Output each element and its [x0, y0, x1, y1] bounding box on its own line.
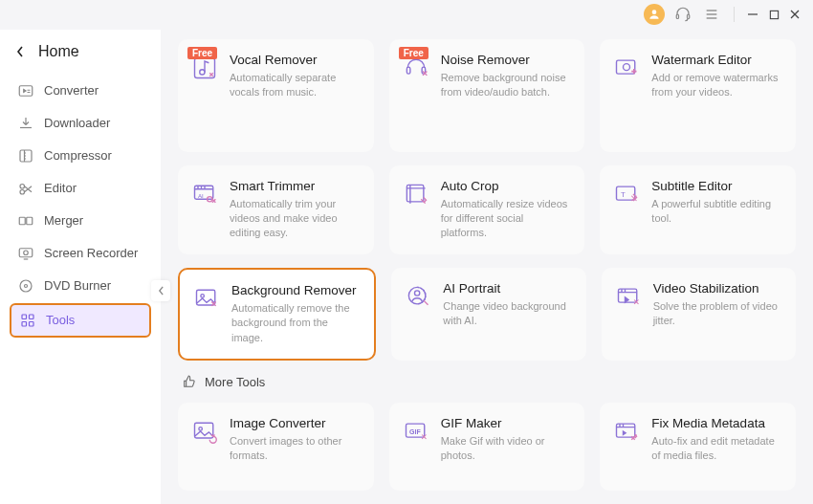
sidebar-item-dvd-burner[interactable]: DVD Burner	[10, 271, 151, 301]
window-maximize-button[interactable]	[767, 8, 780, 21]
sidebar-item-converter[interactable]: Converter	[10, 76, 151, 106]
sidebar-item-label: Screen Recorder	[44, 246, 138, 260]
sidebar-item-label: Merger	[44, 213, 83, 228]
card-desc: A powerful subtitle editing tool.	[651, 197, 782, 227]
tool-card-watermark-editor[interactable]: Watermark Editor Add or remove watermark…	[600, 39, 796, 152]
svg-rect-34	[617, 186, 635, 200]
dvd-burner-icon	[17, 277, 34, 295]
tool-card-background-remover[interactable]: Background Remover Automatically remove …	[178, 268, 376, 361]
background-remover-icon	[193, 285, 220, 312]
svg-point-25	[200, 69, 205, 74]
svg-point-29	[624, 63, 630, 70]
tool-card-image-converter[interactable]: Image Converter Convert images to other …	[178, 403, 374, 491]
screen-recorder-icon	[17, 245, 34, 262]
svg-text:AI: AI	[198, 191, 204, 198]
card-desc: Automatically resize videos for differen…	[441, 197, 572, 241]
titlebar	[0, 0, 813, 30]
svg-rect-7	[770, 11, 778, 18]
svg-rect-14	[19, 217, 25, 225]
tool-row: Image Converter Convert images to other …	[178, 403, 796, 491]
sidebar-item-label: Tools	[46, 313, 75, 327]
card-title: Smart Trimmer	[230, 179, 361, 193]
tool-card-gif-maker[interactable]: GIF GIF Maker Make Gif with video or pho…	[389, 403, 585, 491]
gif-maker-icon: GIF	[403, 418, 429, 445]
thumbs-up-icon	[182, 374, 197, 389]
sidebar-item-label: Downloader	[44, 116, 110, 130]
svg-rect-21	[30, 315, 34, 319]
svg-point-0	[652, 11, 657, 15]
converter-icon	[17, 82, 34, 99]
sidebar-item-editor[interactable]: Editor	[10, 173, 151, 204]
video-stabilization-icon	[615, 283, 642, 310]
fix-metadata-icon	[613, 418, 640, 445]
editor-icon	[17, 180, 34, 197]
card-desc: Convert images to other formats.	[230, 434, 361, 464]
sidebar-item-screen-recorder[interactable]: Screen Recorder	[10, 238, 151, 269]
svg-text:T: T	[621, 189, 626, 198]
svg-rect-26	[406, 67, 410, 74]
svg-point-18	[20, 280, 32, 292]
tool-card-vocal-remover[interactable]: Free Vocal Remover Automatically separat…	[178, 39, 374, 152]
card-title: Image Converter	[230, 416, 361, 430]
card-title: Noise Remover	[441, 53, 572, 67]
svg-point-12	[20, 184, 25, 188]
sidebar-item-tools[interactable]: Tools	[10, 303, 151, 338]
card-desc: Solve the problem of video jitter.	[653, 299, 782, 329]
sidebar-collapse-button[interactable]	[151, 280, 170, 301]
card-title: Fix Media Metadata	[651, 416, 782, 430]
tool-card-auto-crop[interactable]: Auto Crop Automatically resize videos fo…	[389, 165, 585, 254]
free-badge: Free	[187, 47, 217, 59]
tool-card-smart-trimmer[interactable]: AI Smart Trimmer Automatically trim your…	[178, 165, 374, 254]
card-title: Background Remover	[231, 283, 361, 297]
card-title: AI Portrait	[443, 281, 572, 296]
home-label: Home	[38, 43, 79, 60]
sidebar: Home Converter Downloader Compressor Edi…	[0, 30, 161, 504]
titlebar-separator	[734, 7, 735, 22]
tool-row: AI Smart Trimmer Automatically trim your…	[178, 165, 796, 254]
content-area: Free Vocal Remover Automatically separat…	[161, 30, 813, 504]
svg-rect-23	[30, 321, 34, 326]
auto-crop-icon	[403, 181, 429, 208]
chevron-left-icon	[15, 46, 25, 57]
card-title: Auto Crop	[441, 179, 572, 193]
svg-point-19	[25, 284, 28, 287]
card-title: Watermark Editor	[651, 53, 782, 67]
svg-text:GIF: GIF	[409, 428, 421, 435]
home-nav[interactable]: Home	[10, 35, 151, 74]
more-tools-header: More Tools	[178, 374, 796, 389]
sidebar-item-downloader[interactable]: Downloader	[10, 108, 151, 139]
svg-rect-22	[22, 321, 27, 326]
card-title: Video Stabilization	[653, 281, 782, 296]
tool-card-video-stabilization[interactable]: Video Stabilization Solve the problem of…	[602, 268, 796, 361]
ai-portrait-icon	[405, 283, 431, 310]
card-title: Subtitle Editor	[651, 179, 782, 193]
window-minimize-button[interactable]	[746, 8, 759, 21]
tool-row: Free Vocal Remover Automatically separat…	[178, 39, 796, 152]
svg-rect-15	[27, 217, 33, 225]
window-close-button[interactable]	[788, 8, 802, 21]
user-avatar-icon[interactable]	[644, 4, 665, 25]
hamburger-menu-icon[interactable]	[701, 4, 722, 25]
svg-rect-20	[22, 315, 27, 319]
svg-point-13	[20, 189, 25, 194]
svg-rect-41	[195, 423, 213, 438]
svg-point-37	[201, 294, 205, 297]
card-desc: Make Gif with video or photos.	[441, 434, 572, 464]
svg-point-17	[24, 251, 29, 255]
tool-card-noise-remover[interactable]: Free Noise Remover Remove background noi…	[389, 39, 585, 152]
chevron-left-icon	[158, 286, 165, 296]
tool-card-ai-portrait[interactable]: AI Portrait Change video background with…	[391, 268, 585, 361]
card-desc: Change video background with AI.	[443, 299, 572, 329]
tool-card-subtitle-editor[interactable]: T Subtitle Editor A powerful subtitle ed…	[600, 165, 796, 254]
card-title: GIF Maker	[441, 416, 572, 430]
tool-card-fix-media-metadata[interactable]: Fix Media Metadata Auto-fix and edit met…	[600, 403, 796, 491]
card-desc: Automatically remove the background from…	[231, 301, 361, 345]
tool-row: Background Remover Automatically remove …	[178, 268, 796, 361]
sidebar-item-compressor[interactable]: Compressor	[10, 141, 151, 171]
compressor-icon	[17, 147, 34, 164]
support-headset-icon[interactable]	[672, 4, 693, 25]
sidebar-item-merger[interactable]: Merger	[10, 206, 151, 236]
sidebar-item-label: Compressor	[44, 148, 112, 163]
card-title: Vocal Remover	[230, 53, 361, 67]
free-badge: Free	[399, 47, 428, 59]
